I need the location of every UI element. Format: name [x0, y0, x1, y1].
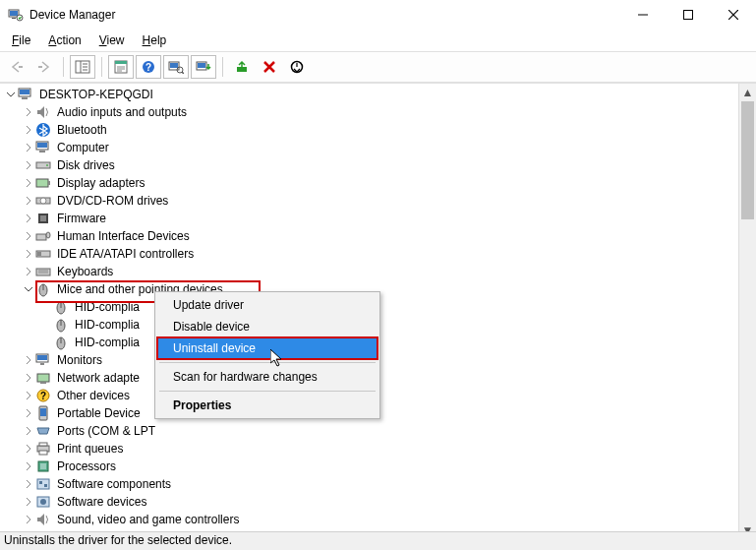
mouse-icon: [53, 317, 69, 333]
category-label: Display adapters: [55, 176, 146, 190]
svg-rect-77: [39, 481, 42, 484]
separator: [101, 57, 102, 77]
svg-rect-66: [40, 382, 46, 384]
category-display[interactable]: Display adapters: [4, 174, 739, 192]
menu-view[interactable]: View: [91, 31, 133, 49]
show-hide-tree-button[interactable]: [70, 55, 95, 79]
expand-icon[interactable]: [22, 123, 35, 137]
software-component-icon: [35, 476, 51, 492]
device-label: HID-complia: [73, 300, 142, 314]
ctx-update-driver[interactable]: Update driver: [157, 294, 378, 316]
processor-icon: [35, 458, 51, 474]
expand-icon[interactable]: [22, 406, 35, 420]
expand-icon[interactable]: [22, 495, 35, 509]
expand-icon[interactable]: [22, 389, 35, 402]
menu-help[interactable]: Help: [135, 31, 175, 49]
category-label: Software components: [55, 477, 173, 491]
uninstall-device-button[interactable]: [257, 55, 282, 79]
svg-rect-2: [12, 18, 16, 19]
category-ide[interactable]: IDE ATA/ATAPI controllers: [4, 245, 739, 263]
expand-icon[interactable]: [22, 442, 35, 456]
category-audio[interactable]: Audio inputs and outputs: [4, 103, 739, 121]
ctx-uninstall-device[interactable]: Uninstall device: [157, 337, 378, 359]
expand-icon[interactable]: [22, 513, 35, 526]
nav-forward-button[interactable]: [31, 55, 57, 79]
tree-root[interactable]: DESKTOP-KEPQGDI: [4, 86, 739, 103]
svg-rect-34: [22, 97, 28, 99]
ctx-disable-device[interactable]: Disable device: [157, 316, 378, 337]
expand-icon[interactable]: [22, 247, 35, 261]
separator: [63, 57, 64, 77]
svg-rect-37: [37, 143, 47, 148]
collapse-icon[interactable]: [22, 282, 35, 296]
category-processors[interactable]: Processors: [4, 458, 739, 475]
expand-icon[interactable]: [22, 176, 35, 190]
svg-rect-75: [40, 463, 46, 469]
vertical-scrollbar[interactable]: ▲ ▼: [738, 84, 756, 538]
expand-icon[interactable]: [22, 353, 35, 367]
ctx-properties[interactable]: Properties: [157, 395, 378, 416]
category-sound[interactable]: Sound, video and game controllers: [4, 511, 739, 528]
category-bluetooth[interactable]: Bluetooth: [4, 121, 739, 139]
minimize-button[interactable]: [620, 0, 666, 30]
expand-icon[interactable]: [22, 265, 35, 278]
keyboard-icon: [35, 264, 51, 279]
svg-rect-41: [36, 179, 48, 187]
category-swcomp[interactable]: Software components: [4, 475, 739, 493]
category-printq[interactable]: Print queues: [4, 440, 739, 458]
properties-button[interactable]: [108, 55, 134, 79]
window-title: Device Manager: [29, 8, 620, 22]
help-button[interactable]: ?: [136, 55, 161, 79]
nav-back-button[interactable]: [4, 55, 29, 79]
category-ports[interactable]: Ports (COM & LPT: [4, 422, 739, 440]
category-label: Processors: [55, 459, 118, 473]
expand-icon[interactable]: [22, 158, 35, 172]
category-label: Network adapte: [55, 371, 142, 385]
category-label: Human Interface Devices: [55, 229, 192, 243]
expand-icon[interactable]: [22, 424, 35, 438]
scan-hardware-button[interactable]: [163, 55, 189, 79]
expand-icon[interactable]: [22, 229, 35, 243]
menu-file[interactable]: File: [4, 31, 38, 49]
category-label: Keyboards: [55, 265, 115, 278]
category-dvd[interactable]: DVD/CD-ROM drives: [4, 192, 739, 210]
expand-icon[interactable]: [22, 141, 35, 154]
expand-icon[interactable]: [22, 459, 35, 473]
expand-icon[interactable]: [22, 105, 35, 119]
svg-rect-63: [37, 355, 47, 360]
category-label: Ports (COM & LPT: [55, 424, 157, 438]
separator: [159, 391, 376, 392]
maximize-button[interactable]: [666, 0, 711, 30]
menu-action[interactable]: Action: [40, 31, 88, 49]
category-label: Print queues: [55, 442, 125, 456]
scroll-thumb[interactable]: [741, 101, 754, 219]
scroll-up-button[interactable]: ▲: [739, 84, 756, 100]
enable-device-button[interactable]: [229, 55, 255, 79]
category-firmware[interactable]: Firmware: [4, 210, 739, 227]
mouse-icon: [53, 335, 69, 350]
expand-icon[interactable]: [4, 88, 18, 101]
expand-icon[interactable]: [22, 212, 35, 225]
expand-icon[interactable]: [22, 477, 35, 491]
disk-icon: [35, 157, 51, 173]
category-label: Computer: [55, 141, 111, 154]
expand-icon[interactable]: [22, 194, 35, 208]
disable-device-button[interactable]: [284, 55, 310, 79]
computer-icon: [18, 87, 33, 102]
category-swdev[interactable]: Software devices: [4, 493, 739, 511]
category-computer[interactable]: Computer: [4, 139, 739, 156]
category-label: Audio inputs and outputs: [55, 105, 189, 119]
svg-rect-33: [20, 90, 29, 94]
ctx-scan-hardware[interactable]: Scan for hardware changes: [157, 366, 378, 388]
update-driver-button[interactable]: [191, 55, 216, 79]
svg-point-3: [17, 15, 23, 21]
category-label: Disk drives: [55, 158, 117, 172]
status-text: Uninstalls the driver for the selected d…: [4, 533, 232, 547]
svg-rect-46: [40, 215, 46, 221]
category-keyboards[interactable]: Keyboards: [4, 263, 739, 280]
close-button[interactable]: [711, 0, 756, 30]
category-hid[interactable]: Human Interface Devices: [4, 227, 739, 245]
category-disk[interactable]: Disk drives: [4, 156, 739, 174]
expand-icon[interactable]: [22, 371, 35, 385]
device-label: HID-complia: [73, 318, 142, 332]
